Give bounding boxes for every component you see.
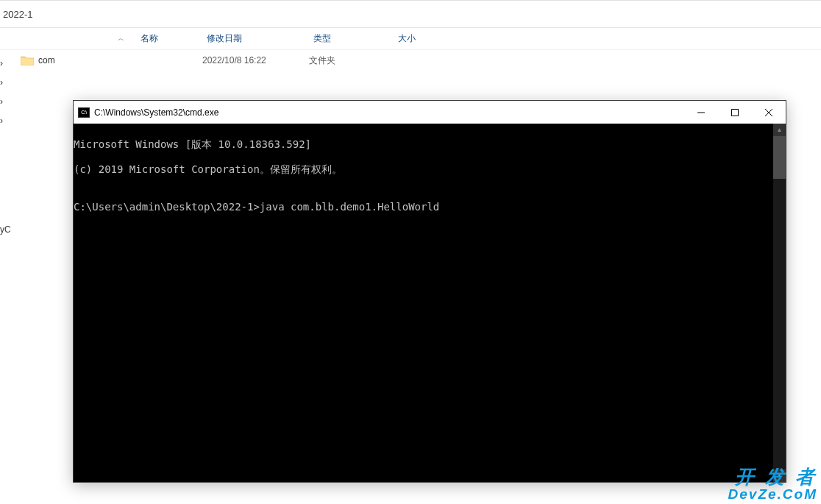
scrollbar-track[interactable] (773, 179, 786, 469)
folder-name: 2022-1 (3, 9, 32, 20)
minimize-icon (697, 109, 705, 116)
maximize-icon (731, 109, 739, 116)
file-name: com (38, 55, 55, 65)
file-row[interactable]: com 2022/10/8 16:22 文件夹 (0, 50, 821, 71)
file-type: 文件夹 (309, 54, 394, 67)
cmd-app-icon (78, 107, 90, 118)
cmd-title-text: C:\Windows\System32\cmd.exe (94, 107, 218, 118)
column-header-size[interactable]: 大小 (394, 32, 482, 45)
sort-arrow-icon: ︿ (118, 34, 124, 43)
sort-indicator-area[interactable]: ︿ (15, 34, 136, 43)
cmd-output-line: (c) 2019 Microsoft Corporation。保留所有权利。 (74, 163, 773, 176)
file-name-cell: com (0, 55, 202, 65)
scrollbar-up-arrow[interactable]: ▲ (773, 124, 786, 136)
left-sidebar-fragment-marks: ›››› (0, 54, 9, 130)
window-controls (684, 101, 786, 124)
cmd-scrollbar[interactable]: ▲ ▼ (773, 124, 786, 482)
folder-icon (21, 55, 34, 65)
cmd-titlebar[interactable]: C:\Windows\System32\cmd.exe (74, 101, 786, 124)
svg-rect-1 (732, 109, 739, 116)
maximize-button[interactable] (718, 101, 752, 124)
file-date: 2022/10/8 16:22 (202, 55, 309, 65)
column-header-name[interactable]: 名称 (136, 32, 202, 45)
close-button[interactable] (752, 101, 786, 124)
left-sidebar-fragment: yC (0, 224, 11, 235)
watermark-line2: DevZe.CoM (728, 487, 817, 502)
cmd-title-left: C:\Windows\System32\cmd.exe (74, 107, 218, 118)
close-icon (765, 109, 772, 116)
column-header-date[interactable]: 修改日期 (202, 32, 309, 45)
column-header-type[interactable]: 类型 (309, 32, 394, 45)
minimize-button[interactable] (684, 101, 718, 124)
cmd-body[interactable]: Microsoft Windows [版本 10.0.18363.592] (c… (74, 124, 773, 482)
cmd-prompt-line: C:\Users\admin\Desktop\2022-1>java com.b… (74, 201, 773, 213)
scrollbar-down-arrow[interactable]: ▼ (773, 469, 786, 482)
column-headers: ︿ 名称 修改日期 类型 大小 (0, 28, 821, 50)
cmd-output-line: Microsoft Windows [版本 10.0.18363.592] (74, 138, 773, 151)
folder-path-bar: 2022-1 (0, 0, 821, 28)
scrollbar-thumb[interactable] (773, 136, 786, 179)
cmd-window: C:\Windows\System32\cmd.exe Microsoft Wi… (73, 100, 786, 483)
cmd-body-wrap: Microsoft Windows [版本 10.0.18363.592] (c… (74, 124, 786, 482)
